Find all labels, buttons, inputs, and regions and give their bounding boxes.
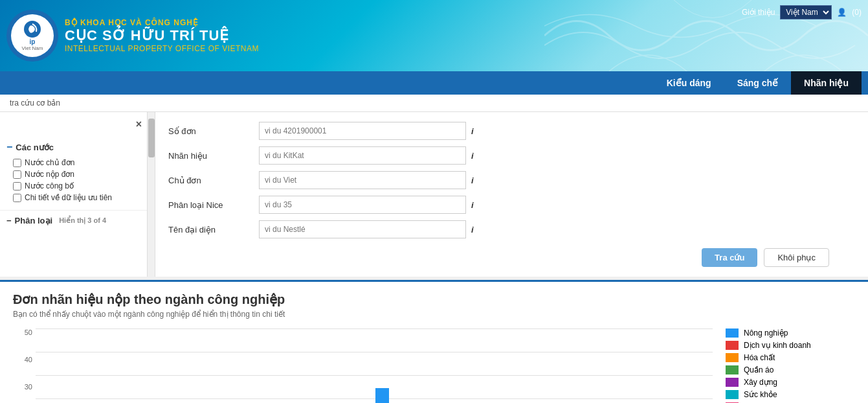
legend-label-xay-dung: Xây dựng bbox=[744, 378, 777, 387]
chart-grid-area bbox=[36, 328, 713, 403]
info-icon-so-don[interactable]: i bbox=[471, 126, 474, 136]
checkbox-nuoc-cong-bo-input[interactable] bbox=[13, 182, 21, 190]
checkbox-nuoc-nop-don[interactable]: Nước nộp đơn bbox=[6, 168, 148, 180]
collapse-icon: − bbox=[6, 141, 12, 153]
intro-link[interactable]: Giới thiệu bbox=[742, 8, 775, 17]
checkbox-nuoc-chu-don-label: Nước chủ đơn bbox=[25, 158, 74, 167]
form-row-ten-dai-dien: Tên đại diện i bbox=[168, 220, 855, 238]
input-phan-loai[interactable] bbox=[259, 196, 466, 214]
chart-title: Đơn nhãn hiệu nộp theo ngành công nghiệp bbox=[13, 292, 855, 307]
checkbox-nuoc-chu-don-input[interactable] bbox=[13, 159, 21, 167]
nav-sang-che[interactable]: Sáng chế bbox=[724, 71, 791, 95]
chart-y-axis: 50 40 30 20 10 bbox=[13, 328, 36, 403]
form-area: Số đơn i Nhãn hiệu i Chủ đơn i Phân loại… bbox=[155, 112, 868, 277]
legend-color-nong-nghiep bbox=[726, 328, 739, 338]
checkbox-nuoc-nop-don-label: Nước nộp đơn bbox=[25, 170, 74, 179]
legend-item-nong-nghiep[interactable]: Nông nghiệp bbox=[726, 328, 855, 338]
checkbox-nuoc-cong-bo-label: Nước công bố bbox=[25, 181, 74, 190]
search-button[interactable]: Tra cứu bbox=[702, 248, 757, 267]
dept-label: CỤC SỞ HỮU TRÍ TUỆ bbox=[65, 27, 259, 44]
nav-nhan-hieu[interactable]: Nhãn hiệu bbox=[791, 71, 862, 95]
nav-kieu-dang[interactable]: Kiểu dáng bbox=[654, 71, 724, 95]
legend-item-hoa-chat[interactable]: Hóa chất bbox=[726, 353, 855, 362]
ministry-label: BỘ KHOA HỌC VÀ CÔNG NGHỆ bbox=[65, 18, 259, 27]
y-label-50: 50 bbox=[25, 328, 32, 336]
legend-label-quan-ao: Quần áo bbox=[744, 365, 773, 374]
cac-nuoc-header[interactable]: − Các nước bbox=[6, 141, 148, 153]
reset-button[interactable]: Khôi phục bbox=[764, 248, 829, 267]
user-icon: 👤 bbox=[837, 8, 847, 17]
phan-loai-header[interactable]: − Phân loại Hiển thị 3 of 4 bbox=[6, 216, 148, 225]
label-ten-dai-dien: Tên đại diện bbox=[168, 225, 259, 235]
header-logo: ip Viet Nam BỘ KHOA HỌC VÀ CÔNG NGHỆ CỤC… bbox=[6, 10, 259, 62]
main-content: × − Các nước Nước chủ đơn Nước nộp đơn N… bbox=[0, 112, 868, 277]
legend-color-xay-dung bbox=[726, 378, 739, 387]
input-ten-dai-dien[interactable] bbox=[259, 220, 466, 238]
breadcrumb: tra cứu cơ bản bbox=[0, 95, 868, 112]
subtitle-label: INTELLECTUAL PROPERTY OFFICE OF VIETNAM bbox=[65, 44, 259, 53]
sidebar-cac-nuoc-section: − Các nước Nước chủ đơn Nước nộp đơn Nướ… bbox=[0, 138, 155, 207]
legend-label-suc-khoe: Sức khỏe bbox=[744, 390, 777, 399]
sidebar-scrollbar[interactable] bbox=[147, 112, 155, 277]
y-label-40: 40 bbox=[25, 356, 32, 363]
checkbox-chi-tiet[interactable]: Chi tiết về dữ liệu ưu tiên bbox=[6, 192, 148, 203]
legend-label-nong-nghiep: Nông nghiệp bbox=[744, 328, 788, 338]
label-chu-don: Chủ đơn bbox=[168, 176, 259, 185]
phan-loai-label: Phân loại bbox=[15, 216, 53, 225]
chart-section: Đơn nhãn hiệu nộp theo ngành công nghiệp… bbox=[0, 280, 868, 403]
legend-color-dich-vu-kinh-doanh bbox=[726, 341, 739, 350]
input-nhan-hieu[interactable] bbox=[259, 146, 466, 165]
chart-bar-21[interactable] bbox=[375, 388, 390, 403]
form-row-chu-don: Chủ đơn i bbox=[168, 171, 855, 189]
checkbox-chi-tiet-input[interactable] bbox=[13, 194, 21, 202]
legend-label-hoa-chat: Hóa chất bbox=[744, 353, 775, 362]
y-label-30: 30 bbox=[25, 383, 32, 391]
legend-item-dich-vu-kinh-doanh[interactable]: Dịch vụ kinh doanh bbox=[726, 341, 855, 350]
chart-container: 50 40 30 20 10 Nông bbox=[13, 328, 855, 403]
form-row-phan-loai: Phân loại Nice i bbox=[168, 196, 855, 214]
header-title: BỘ KHOA HỌC VÀ CÔNG NGHỆ CỤC SỞ HỮU TRÍ … bbox=[65, 18, 259, 53]
sidebar-phan-loai-section: − Phân loại Hiển thị 3 of 4 bbox=[0, 210, 155, 229]
checkbox-nuoc-nop-don-input[interactable] bbox=[13, 170, 21, 179]
form-row-nhan-hieu: Nhãn hiệu i bbox=[168, 146, 855, 165]
info-icon-nhan-hieu[interactable]: i bbox=[471, 151, 474, 161]
input-chu-don[interactable] bbox=[259, 171, 466, 189]
logo-ip-text: ip bbox=[30, 38, 36, 45]
cac-nuoc-label: Các nước bbox=[16, 143, 54, 152]
country-select[interactable]: Việt Nam bbox=[780, 5, 832, 19]
form-row-so-don: Số đơn i bbox=[168, 122, 855, 140]
legend-color-hoa-chat bbox=[726, 353, 739, 362]
scroll-thumb[interactable] bbox=[148, 119, 155, 157]
info-icon-ten-dai-dien[interactable]: i bbox=[471, 225, 474, 235]
header-right: Giới thiệu Việt Nam 👤 (0) bbox=[742, 5, 862, 19]
chart-area: 50 40 30 20 10 bbox=[13, 328, 713, 403]
phan-loai-collapse-icon: − bbox=[6, 216, 12, 225]
sidebar: × − Các nước Nước chủ đơn Nước nộp đơn N… bbox=[0, 112, 155, 277]
checkbox-chi-tiet-label: Chi tiết về dữ liệu ưu tiên bbox=[25, 193, 112, 202]
logo-icon bbox=[23, 20, 41, 38]
phan-loai-hint: Hiển thị 3 of 4 bbox=[59, 216, 106, 225]
legend-item-suc-khoe[interactable]: Sức khỏe bbox=[726, 390, 855, 399]
legend-color-suc-khoe bbox=[726, 390, 739, 399]
checkbox-nuoc-cong-bo[interactable]: Nước công bố bbox=[6, 180, 148, 192]
legend-color-quan-ao bbox=[726, 365, 739, 374]
form-actions: Tra cứu Khôi phục bbox=[168, 248, 855, 267]
logo-vn-text: Viet Nam bbox=[22, 45, 43, 51]
chart-legend: Nông nghiệpDịch vụ kinh doanhHóa chấtQuầ… bbox=[726, 328, 855, 403]
header: ip Viet Nam BỘ KHOA HỌC VÀ CÔNG NGHỆ CỤC… bbox=[0, 0, 868, 71]
label-phan-loai: Phân loại Nice bbox=[168, 200, 259, 210]
chart-subtitle: Bạn có thể nhấy chuột vào một ngành công… bbox=[13, 310, 855, 319]
label-so-don: Số đơn bbox=[168, 126, 259, 136]
checkbox-nuoc-chu-don[interactable]: Nước chủ đơn bbox=[6, 157, 148, 168]
info-icon-phan-loai[interactable]: i bbox=[471, 200, 474, 210]
input-so-don[interactable] bbox=[259, 122, 466, 140]
chart-bars bbox=[36, 328, 713, 403]
user-badge: (0) bbox=[852, 8, 862, 17]
legend-item-xay-dung[interactable]: Xây dựng bbox=[726, 378, 855, 387]
legend-item-quan-ao[interactable]: Quần áo bbox=[726, 365, 855, 374]
legend-label-dich-vu-kinh-doanh: Dịch vụ kinh doanh bbox=[744, 341, 811, 350]
info-icon-chu-don[interactable]: i bbox=[471, 176, 474, 185]
sidebar-close-button[interactable]: × bbox=[136, 119, 142, 130]
label-nhan-hieu: Nhãn hiệu bbox=[168, 151, 259, 161]
breadcrumb-text: tra cứu cơ bản bbox=[10, 98, 60, 108]
